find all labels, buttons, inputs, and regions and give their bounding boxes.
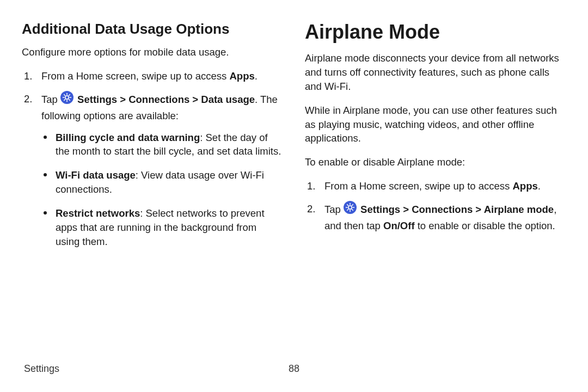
step-sep: > [473,204,483,215]
right-column: Airplane Mode Airplane mode disconnects … [305,21,566,259]
right-heading: Airplane Mode [305,21,566,44]
step-sep: > [189,94,201,105]
bullet-title: Billing cycle and data warning [56,132,200,143]
right-para-1: Airplane mode disconnects your device fr… [305,51,566,94]
footer-page-number: 88 [289,363,299,375]
step-bold: Apps [512,180,537,192]
step-bold: Airplane mode [484,204,554,215]
bullet-title: Restrict networks [56,207,140,219]
step-bold: Connections [128,94,189,105]
svg-line-6 [64,94,65,95]
step-text: Tap [324,204,344,215]
page-footer: Settings 88 [22,363,566,375]
svg-point-0 [60,91,74,104]
step-suffix: . [538,180,541,192]
svg-point-10 [344,201,357,214]
svg-line-8 [64,99,65,100]
right-para-2: While in Airplane mode, you can use othe… [305,103,566,146]
step-text: From a Home screen, swipe up to access [324,180,512,192]
bullet-item: Wi-Fi data usage: View data usage over W… [41,168,283,197]
left-bullets: Billing cycle and data warning: Set the … [41,131,283,249]
right-step-1: From a Home screen, swipe up to access A… [305,179,566,193]
left-steps: From a Home screen, swipe up to access A… [22,69,283,249]
settings-gear-icon [60,91,74,108]
left-heading: Additional Data Usage Options [22,21,283,38]
bullet-item: Billing cycle and data warning: Set the … [41,131,283,159]
left-step-2: Tap Settings > Connections > Data usage.… [22,92,283,249]
step-text: From a Home screen, swipe up to access [41,70,229,82]
left-column: Additional Data Usage Options Configure … [22,21,283,259]
step-bold: Connections [412,204,473,215]
svg-line-17 [352,210,353,211]
bullet-title: Wi-Fi data usage [56,169,136,181]
step-sep: > [117,94,128,105]
step-bold: Data usage [201,94,255,105]
left-step-1: From a Home screen, swipe up to access A… [22,69,283,83]
svg-line-18 [347,210,348,211]
settings-gear-icon [344,201,357,218]
svg-line-19 [352,205,353,206]
step-bold: Settings [360,204,400,215]
step-bold: On/Off [383,220,415,231]
step-suffix: to enable or disable the option. [415,220,555,231]
svg-line-9 [69,94,70,95]
step-bold: Settings [77,94,117,105]
footer-section: Settings [24,363,59,375]
step-bold: Apps [229,70,254,82]
right-steps: From a Home screen, swipe up to access A… [305,179,566,233]
bullet-item: Restrict networks: Select networks to pr… [41,206,283,249]
svg-line-7 [69,99,70,100]
left-intro: Configure more options for mobile data u… [22,45,283,59]
right-step-2: Tap Settings > Connections > Airplane mo… [305,202,566,233]
step-text: Tap [41,94,60,105]
right-para-3: To enable or disable Airplane mode: [305,155,566,169]
step-sep: > [400,204,412,215]
svg-line-16 [347,205,348,206]
step-suffix: . [255,70,258,82]
